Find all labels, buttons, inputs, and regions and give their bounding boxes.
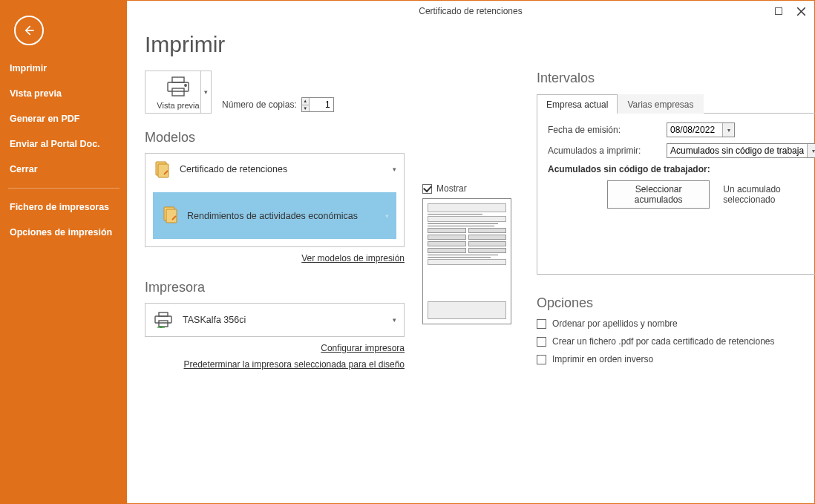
intervals-heading: Intervalos — [537, 71, 815, 86]
option-row-pdf-por-certificado: Crear un fichero .pdf por cada certifica… — [537, 336, 815, 347]
svg-rect-5 — [168, 82, 189, 91]
document-icon — [162, 206, 180, 226]
vista-previa-button[interactable]: Vista previa ▾ — [145, 71, 212, 114]
models-heading: Modelos — [145, 130, 405, 145]
model-subitem-rendimientos[interactable]: Rendimientos de actividades económicas ▾ — [153, 192, 396, 239]
intervals-tabs: Empresa actual Varias empresas — [537, 94, 815, 114]
accumulated-print-label: Acumulados a imprimir: — [548, 145, 659, 156]
printer-name: TASKalfa 356ci — [183, 315, 246, 325]
model-subitem-label: Rendimientos de actividades económicas — [187, 211, 358, 221]
svg-rect-13 — [155, 316, 171, 323]
sidebar-separator — [8, 188, 120, 189]
pdf-label: Crear un fichero .pdf por cada certifica… — [552, 336, 775, 347]
vista-previa-label: Vista previa — [157, 101, 199, 110]
select-accumulated-button[interactable]: Seleccionar acumulados — [607, 180, 710, 209]
copies-up-icon[interactable]: ▲ — [302, 98, 309, 105]
preview-row: Vista previa ▾ Número de copias: ▲ ▼ — [145, 71, 405, 114]
accumulated-print-select[interactable]: ▾ — [667, 143, 815, 158]
option-row-ordenar: Ordenar por apellidos y nombre — [537, 318, 815, 329]
chevron-down-icon: ▾ — [385, 212, 389, 220]
svg-rect-4 — [172, 77, 184, 82]
printer-icon — [165, 76, 192, 98]
configurar-impresora-link[interactable]: Configurar impresora — [145, 343, 405, 353]
chevron-down-icon[interactable]: ▾ — [807, 144, 815, 157]
ordenar-label: Ordenar por apellidos y nombre — [552, 318, 678, 329]
sidebar-item-imprimir[interactable]: Imprimir — [1, 56, 127, 81]
left-column: Imprimir Vista previa ▾ Núm — [145, 22, 405, 496]
vista-previa-dropdown-icon[interactable]: ▾ — [200, 71, 211, 113]
middle-column: Mostrar — [422, 22, 519, 496]
tab-varias-empresas[interactable]: Varias empresas — [618, 94, 703, 114]
emission-date-field[interactable] — [667, 125, 722, 135]
accumulated-status: Un acumulado seleccionado — [723, 184, 815, 205]
tab-panel-empresa-actual: Fecha de emisión: ▾ Acumulados a imprimi… — [537, 114, 815, 275]
emission-date-label: Fecha de emisión: — [548, 125, 659, 135]
inverso-label: Imprimir en orden inverso — [552, 354, 653, 364]
document-icon — [153, 160, 172, 179]
mostrar-label: Mostrar — [436, 183, 467, 194]
svg-rect-6 — [172, 88, 184, 96]
svg-point-7 — [185, 85, 186, 86]
main-area: Imprimir Vista previa ▾ Núm — [127, 1, 815, 503]
option-row-orden-inverso: Imprimir en orden inverso — [537, 354, 815, 364]
calendar-dropdown-icon[interactable]: ▾ — [722, 123, 734, 137]
ver-modelos-link[interactable]: Ver modelos de impresión — [145, 253, 405, 264]
back-button[interactable] — [14, 16, 44, 45]
accumulated-action-row: Seleccionar acumulados Un acumulado sele… — [548, 180, 815, 209]
copies-input[interactable] — [310, 98, 333, 111]
pdf-checkbox[interactable] — [537, 337, 546, 347]
sidebar-item-fichero-impresoras[interactable]: Fichero de impresoras — [1, 194, 127, 220]
page-title: Imprimir — [145, 32, 405, 57]
mostrar-checkbox[interactable] — [422, 184, 432, 194]
accumulated-print-value[interactable] — [667, 145, 807, 156]
options-heading: Opciones — [537, 295, 815, 311]
copies-down-icon[interactable]: ▼ — [302, 105, 309, 112]
svg-rect-14 — [159, 321, 168, 327]
copies-label: Número de copias: — [222, 99, 297, 110]
sidebar-item-cerrar[interactable]: Cerrar — [1, 157, 127, 182]
inverso-checkbox[interactable] — [537, 355, 546, 364]
chevron-down-icon: ▾ — [393, 316, 396, 324]
model-item-certificado[interactable]: Certificado de retenciones ▾ — [145, 154, 404, 185]
sidebar: Imprimir Vista previa Generar en PDF Env… — [1, 1, 127, 503]
sidebar-item-opciones-impresion[interactable]: Opciones de impresión — [1, 220, 127, 245]
mostrar-row: Mostrar — [422, 183, 519, 194]
sidebar-item-enviar-portal[interactable]: Enviar al Portal Doc. — [1, 131, 127, 157]
printer-icon — [153, 311, 174, 329]
chevron-down-icon: ▾ — [393, 166, 396, 173]
models-box: Certificado de retenciones ▾ Rendimiento… — [145, 153, 405, 247]
svg-rect-12 — [159, 312, 168, 316]
copies-stepper[interactable]: ▲ ▼ — [301, 97, 334, 112]
copies-field: Número de copias: ▲ ▼ — [222, 97, 334, 114]
printer-selector[interactable]: TASKalfa 356ci ▾ — [145, 303, 405, 337]
accumulated-bold-label: Acumulados sin código de trabajador: — [548, 164, 815, 174]
model-item-label: Certificado de retenciones — [180, 164, 287, 174]
accumulated-print-row: Acumulados a imprimir: ▾ — [548, 143, 815, 158]
emission-date-row: Fecha de emisión: ▾ — [548, 122, 815, 137]
emission-date-input[interactable]: ▾ — [667, 122, 735, 137]
ordenar-checkbox[interactable] — [537, 319, 546, 329]
print-dialog-window: Certificado de retenciones Imprimir Vist… — [0, 0, 815, 504]
tab-empresa-actual[interactable]: Empresa actual — [537, 94, 618, 114]
printer-heading: Impresora — [145, 280, 405, 295]
sidebar-item-generar-pdf[interactable]: Generar en PDF — [1, 106, 127, 131]
right-column: Intervalos Empresa actual Varias empresa… — [537, 22, 815, 496]
predeterminar-impresora-link[interactable]: Predeterminar la impresora seleccionada … — [145, 359, 405, 370]
sidebar-item-vista-previa[interactable]: Vista previa — [1, 81, 127, 106]
document-thumbnail[interactable] — [422, 198, 511, 324]
